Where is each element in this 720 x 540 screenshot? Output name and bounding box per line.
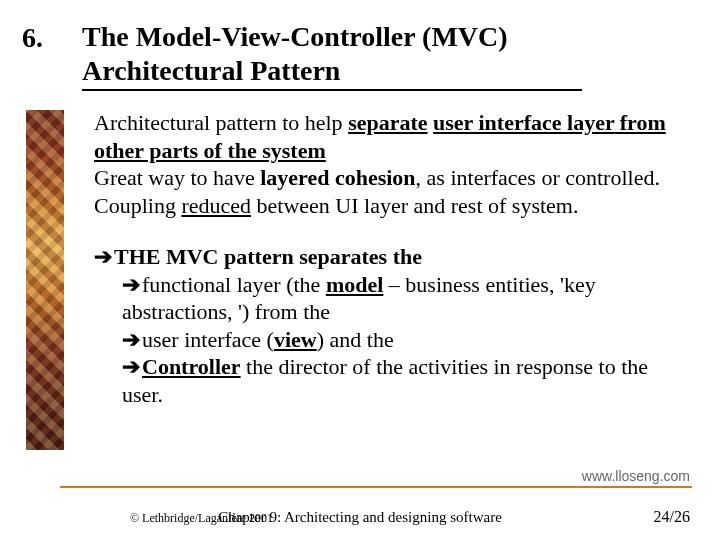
mvc-list: THE MVC pattern separates the functional… <box>94 243 692 408</box>
text: ) and the <box>317 327 394 352</box>
list-item: user interface (view) and the <box>122 326 692 354</box>
list-item: functional layer (the model – business e… <box>122 271 692 326</box>
text-emph: view <box>274 327 317 352</box>
paragraph-1: Architectural pattern to help separate u… <box>94 109 692 164</box>
website-url: www.lloseng.com <box>582 468 690 484</box>
slide: 6. The Model-View-Controller (MVC) Archi… <box>0 0 720 540</box>
text: Architectural pattern to help <box>94 110 348 135</box>
text-bold: layered cohesion <box>260 165 415 190</box>
paragraph-3: Coupling reduced between UI layer and re… <box>94 192 692 220</box>
arrow-icon <box>122 272 142 297</box>
list-item: Controller the director of the activitie… <box>122 353 692 408</box>
arrow-icon <box>122 327 142 352</box>
text-emph: separate <box>348 110 427 135</box>
text-emph: Controller <box>142 354 241 379</box>
body-text: Architectural pattern to help separate u… <box>94 109 692 219</box>
slide-title: The Model-View-Controller (MVC) Architec… <box>82 20 582 91</box>
divider <box>60 486 692 488</box>
text-underline: reduced <box>181 193 251 218</box>
text: user interface ( <box>142 327 274 352</box>
arrow-icon <box>122 354 142 379</box>
decorative-pattern <box>26 110 64 450</box>
text: between UI layer and rest of system. <box>251 193 578 218</box>
text: functional layer (the <box>142 272 326 297</box>
text: Great way to have <box>94 165 260 190</box>
page-number: 24/26 <box>654 508 690 526</box>
text: , as interfaces or controlled. <box>416 165 660 190</box>
text: Coupling <box>94 193 181 218</box>
slide-number: 6. <box>22 22 43 54</box>
text-emph: model <box>326 272 383 297</box>
list-item: THE MVC pattern separates the <box>94 243 692 271</box>
paragraph-2: Great way to have layered cohesion, as i… <box>94 164 692 192</box>
text-bold: THE MVC pattern separates the <box>114 244 422 269</box>
text-emph: user interface layer <box>433 110 614 135</box>
chapter-label: Chapter 9: Architecting and designing so… <box>0 509 720 526</box>
